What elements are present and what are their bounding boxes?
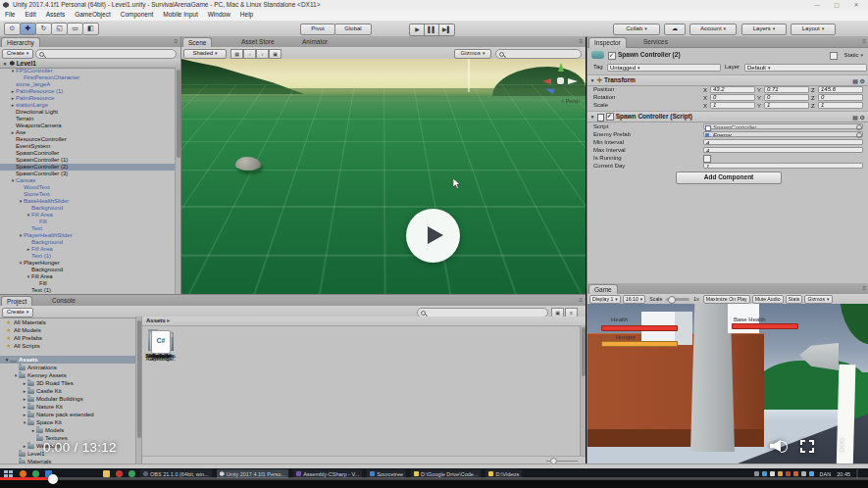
breadcrumb[interactable]: Assets xyxy=(146,317,166,323)
static-label[interactable]: Static xyxy=(843,50,863,60)
hierarchy-item[interactable]: PalmResource xyxy=(0,95,176,102)
hierarchy-item[interactable]: FirstPersonCharacter xyxy=(0,74,176,81)
volume-icon[interactable] xyxy=(770,438,788,454)
menu-item[interactable]: Mobile Input xyxy=(158,10,202,20)
hierarchy-item[interactable]: EventSystem xyxy=(0,143,176,150)
project-tree-item[interactable]: Models xyxy=(0,426,141,434)
layers-dropdown[interactable]: Layers xyxy=(741,24,787,35)
game-viewport[interactable]: Health Hunger Base Health xyxy=(587,304,868,464)
hierarchy-item[interactable]: Directional Light xyxy=(0,109,176,116)
scene-search-input[interactable] xyxy=(495,49,582,59)
component-enabled-checkbox[interactable] xyxy=(606,113,614,121)
project-tree-item[interactable]: Space Kit xyxy=(0,418,141,426)
hierarchy-item[interactable]: Fill Area xyxy=(0,212,176,219)
scene-viewport[interactable]: < Persp xyxy=(181,59,586,294)
hierarchy-item[interactable]: Axe xyxy=(0,129,176,136)
x-axis-cone[interactable] xyxy=(542,78,551,84)
move-tool-icon[interactable]: ✚ xyxy=(20,23,36,35)
tray-icon[interactable] xyxy=(793,471,798,476)
object-picker-icon[interactable] xyxy=(856,124,862,130)
maximize-on-play-toggle[interactable]: Maximize On Play xyxy=(703,295,750,304)
stats-toggle[interactable]: Stats xyxy=(786,295,803,304)
hierarchy-item[interactable]: Fill Area xyxy=(0,273,176,280)
property-value-field[interactable]: 4 xyxy=(703,139,863,145)
hierarchy-item[interactable]: Canvas xyxy=(0,177,176,184)
hierarchy-item[interactable]: PalmResource (1) xyxy=(0,88,176,95)
rect-tool-icon[interactable]: ▭ xyxy=(67,23,83,35)
tray-icon[interactable] xyxy=(762,471,767,476)
panel-menu-icon[interactable]: ≡ xyxy=(579,297,583,303)
firefox-icon[interactable] xyxy=(20,470,26,477)
tab-services[interactable]: Services xyxy=(638,37,673,47)
project-tree-item[interactable]: Animations xyxy=(0,364,141,371)
tray-app-icon[interactable] xyxy=(128,470,135,477)
display-dropdown[interactable]: Display 1 xyxy=(589,295,621,304)
z-axis-cone[interactable] xyxy=(544,86,555,95)
project-tree-item[interactable]: Nature pack extended xyxy=(0,411,141,418)
favorite-item[interactable]: All Models xyxy=(0,326,141,334)
hand-tool-icon[interactable]: ⊙ xyxy=(4,23,21,35)
tag-dropdown[interactable]: Untagged xyxy=(607,64,721,72)
project-tree-scrollbar[interactable] xyxy=(135,317,141,464)
project-tree-item[interactable]: Castle Kit xyxy=(0,387,141,395)
hierarchy-item[interactable]: FPSController xyxy=(0,68,176,74)
thumbnail-zoom-slider[interactable] xyxy=(546,459,578,463)
layer-dropdown[interactable]: Default xyxy=(744,64,867,72)
hierarchy-item[interactable]: Fill xyxy=(0,219,176,225)
slider-knob[interactable] xyxy=(668,296,676,304)
hierarchy-item[interactable]: Fill Area xyxy=(0,246,176,253)
scrollbar-thumb[interactable] xyxy=(582,327,586,376)
project-tree-item[interactable]: 3D Road Tiles xyxy=(0,379,141,387)
axis-z-field[interactable]: 1 xyxy=(818,102,863,109)
tray-app-icon[interactable] xyxy=(116,470,123,477)
static-checkbox[interactable] xyxy=(830,52,838,60)
hierarchy-item[interactable]: stone_largeA xyxy=(0,81,176,88)
project-tree-item[interactable]: Nature Kit xyxy=(0,403,141,411)
gear-icon[interactable]: ⚙ xyxy=(860,115,865,121)
scale-slider[interactable] xyxy=(666,298,689,301)
script-component-header[interactable]: ▾ Spawn Controller (Script) ▤ ⚙ xyxy=(587,111,868,122)
gizmos-dropdown[interactable]: Gizmos xyxy=(454,49,491,59)
hierarchy-item[interactable]: WeaponsCamera xyxy=(0,122,176,129)
fullscreen-icon[interactable] xyxy=(800,440,814,453)
expand-arrow[interactable]: ▾ xyxy=(589,75,595,85)
2d-toggle-icon[interactable]: ▦ xyxy=(230,49,243,59)
menu-item[interactable]: Help xyxy=(235,10,258,20)
cloud-icon[interactable]: ☁ xyxy=(664,24,686,35)
gizmos-dropdown[interactable]: Gizmos xyxy=(804,295,832,304)
rock-object[interactable] xyxy=(235,157,261,171)
axis-x-field[interactable]: 1 xyxy=(710,102,755,109)
axis-x-field[interactable]: 0 xyxy=(710,94,755,101)
reference-icon[interactable]: ▤ xyxy=(852,115,858,121)
menu-item[interactable]: GameObject xyxy=(70,10,116,20)
aspect-ratio-dropdown[interactable]: 16:10 xyxy=(623,295,646,304)
perspective-label[interactable]: < Persp xyxy=(561,98,580,104)
axis-y-field[interactable]: 0 xyxy=(764,94,809,101)
hierarchy-item[interactable]: stationLarge xyxy=(0,102,176,109)
shading-mode-dropdown[interactable]: Shaded xyxy=(183,49,227,59)
hierarchy-item[interactable]: SpawnController (2) xyxy=(0,164,176,171)
hierarchy-scrollbar[interactable] xyxy=(175,68,180,294)
file-explorer-icon[interactable] xyxy=(103,470,110,477)
scrollbar-thumb[interactable] xyxy=(137,320,141,438)
more-options-icon[interactable]: ⋮ xyxy=(835,434,844,458)
hierarchy-item[interactable]: Background xyxy=(0,267,176,273)
global-toggle[interactable]: Global xyxy=(334,24,372,35)
axis-y-field[interactable]: 0.71 xyxy=(764,86,809,93)
property-value-field[interactable]: 4 xyxy=(703,147,863,153)
asset-item[interactable]: C# PlayerHun... xyxy=(142,328,179,364)
pinned-app-icon[interactable] xyxy=(32,470,39,477)
audio-toggle-icon[interactable]: ♪ xyxy=(256,49,269,59)
gear-icon[interactable]: ⚙ xyxy=(860,78,865,84)
axis-x-field[interactable]: 43.2 xyxy=(710,86,755,93)
keyboard-language[interactable]: DAN xyxy=(820,471,832,477)
hierarchy-search-input[interactable] xyxy=(35,49,177,59)
hierarchy-item[interactable]: WoodText xyxy=(0,184,176,191)
reference-icon[interactable]: ▤ xyxy=(852,78,858,84)
hierarchy-item[interactable]: Text (1) xyxy=(0,253,176,260)
hierarchy-item[interactable]: Fill xyxy=(0,280,176,287)
scene-orientation-gizmo[interactable] xyxy=(542,63,578,98)
gizmo-center-cube[interactable] xyxy=(557,77,564,84)
tab-inspector[interactable]: Inspector xyxy=(588,37,627,48)
expand-arrow[interactable]: ▾ xyxy=(589,112,595,122)
